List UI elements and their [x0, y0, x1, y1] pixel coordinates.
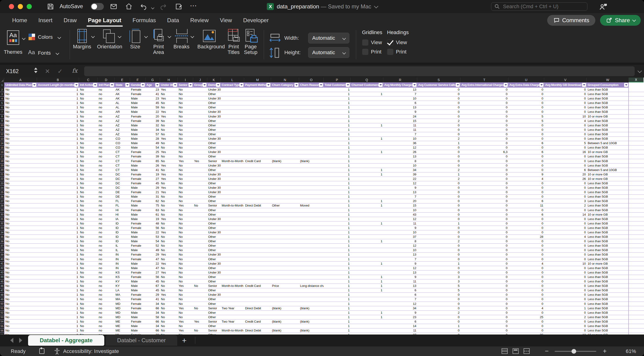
filter-button[interactable] — [624, 83, 628, 87]
cell[interactable]: 0 — [508, 320, 544, 324]
cell[interactable]: AZ — [114, 128, 130, 132]
cell[interactable]: No — [178, 324, 193, 328]
cell[interactable]: 13 — [383, 154, 417, 159]
cell[interactable] — [244, 279, 271, 284]
cell[interactable]: 0 — [417, 164, 460, 168]
cell[interactable]: 49 — [146, 141, 160, 145]
cell[interactable] — [299, 244, 324, 248]
cell[interactable]: CO — [114, 146, 130, 150]
cell[interactable]: 1 — [324, 88, 350, 92]
cell[interactable]: IN — [114, 262, 130, 266]
cell[interactable]: No — [178, 311, 193, 315]
cell[interactable]: 12 — [383, 181, 417, 185]
cell[interactable]: Other — [207, 297, 221, 301]
cell[interactable]: 1 — [37, 333, 79, 335]
cell[interactable]: 7 — [383, 132, 417, 136]
cell[interactable] — [244, 293, 271, 297]
cell[interactable]: No — [160, 311, 178, 315]
column-header-U[interactable]: U — [508, 77, 544, 82]
cell[interactable] — [271, 128, 299, 132]
cell[interactable] — [271, 172, 299, 177]
cell[interactable]: 1 — [417, 262, 460, 266]
cell[interactable]: 1 — [37, 164, 79, 168]
cell[interactable]: no — [98, 230, 114, 235]
cell[interactable]: Female — [130, 244, 146, 248]
colors-chevron-icon[interactable] — [58, 35, 61, 39]
cell[interactable]: no — [98, 288, 114, 293]
cell[interactable]: No — [178, 92, 193, 96]
cell[interactable] — [299, 275, 324, 279]
cell[interactable]: 1 — [324, 137, 350, 141]
cell[interactable]: 0 — [460, 244, 508, 248]
cell[interactable]: 0 — [544, 320, 587, 324]
cell[interactable] — [299, 128, 324, 132]
table-column-header[interactable]: Avg Monthly Charges — [383, 82, 417, 88]
cell[interactable]: No — [4, 217, 37, 221]
cell[interactable] — [193, 123, 207, 128]
cell[interactable]: 1 — [324, 164, 350, 168]
cell[interactable]: 0 — [544, 324, 587, 328]
cell[interactable]: 1 — [324, 271, 350, 275]
row-header-32[interactable]: 32 — [0, 221, 4, 226]
cell[interactable]: no — [98, 114, 114, 119]
cell[interactable]: 11 — [383, 123, 417, 128]
cell[interactable]: Less than 5GB — [587, 208, 629, 212]
cell[interactable]: 1 — [324, 208, 350, 212]
cell[interactable]: Less than 5GB — [587, 320, 629, 324]
cell[interactable]: 0 — [460, 172, 508, 177]
row-header-6[interactable]: 6 — [0, 105, 4, 110]
cell[interactable]: No — [4, 101, 37, 105]
cell[interactable]: 1 — [350, 123, 383, 128]
cell[interactable] — [221, 324, 244, 328]
cell[interactable]: no — [98, 190, 114, 194]
cell[interactable] — [193, 199, 207, 203]
cell[interactable] — [193, 253, 207, 257]
cell[interactable]: No — [178, 150, 193, 154]
cell[interactable] — [221, 208, 244, 212]
column-header-X[interactable]: X — [629, 77, 644, 82]
cell[interactable]: No — [178, 96, 193, 101]
cell[interactable]: 15 — [383, 203, 417, 208]
cell[interactable]: IL — [114, 248, 130, 252]
cell[interactable]: Female — [130, 181, 146, 185]
cell[interactable]: 9 — [508, 172, 544, 177]
empty-header-cell[interactable] — [629, 82, 644, 88]
cell[interactable] — [221, 101, 244, 105]
cell[interactable]: No — [79, 114, 98, 119]
row-header-35[interactable]: 35 — [0, 235, 4, 239]
cell[interactable]: ID — [114, 221, 130, 226]
row-header-36[interactable]: 36 — [0, 239, 4, 243]
ribbon-tab-formulas[interactable]: Formulas — [127, 13, 162, 27]
cell[interactable]: AR — [114, 110, 130, 114]
cell[interactable] — [629, 172, 644, 177]
cell[interactable]: 22 — [146, 262, 160, 266]
ribbon-tab-insert[interactable]: Insert — [33, 13, 58, 27]
cell[interactable] — [244, 154, 271, 159]
cell[interactable] — [221, 288, 244, 293]
column-header-D[interactable]: D — [98, 77, 114, 82]
row-header-56[interactable]: 56 — [0, 329, 4, 333]
row-header-54[interactable]: 54 — [0, 320, 4, 324]
row-header-41[interactable]: 41 — [0, 262, 4, 266]
row-header-46[interactable]: 46 — [0, 284, 4, 288]
cell[interactable]: 1 — [37, 141, 79, 145]
cell[interactable]: Between 5 and 10GB — [587, 141, 629, 145]
cell[interactable]: 1 — [324, 230, 350, 235]
cell[interactable]: No — [4, 132, 37, 136]
cell[interactable]: 1 — [37, 284, 79, 288]
cell[interactable]: 2 — [417, 137, 460, 141]
cell[interactable]: Other — [207, 239, 221, 243]
cell[interactable]: No — [178, 302, 193, 306]
cell[interactable] — [221, 333, 244, 335]
cell[interactable]: 0 — [508, 110, 544, 114]
cell[interactable]: Less than 5GB — [587, 293, 629, 297]
cell[interactable]: no — [98, 275, 114, 279]
cell[interactable] — [271, 114, 299, 119]
cell[interactable]: 1 — [37, 181, 79, 185]
cancel-entry-icon[interactable]: ✕ — [45, 68, 50, 75]
cell[interactable]: Credit Card — [244, 159, 271, 163]
cell[interactable] — [299, 154, 324, 159]
cell[interactable]: 0 — [508, 123, 544, 128]
cell[interactable]: 8 — [383, 239, 417, 243]
cell[interactable]: No — [79, 297, 98, 301]
